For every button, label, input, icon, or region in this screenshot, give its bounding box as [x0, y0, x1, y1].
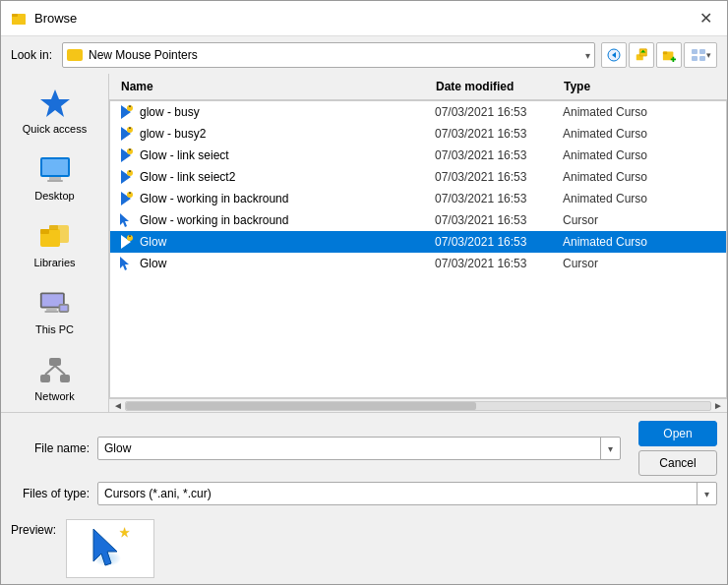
quick-access-label: Quick access: [23, 123, 87, 135]
file-type: Animated Curso: [563, 192, 681, 205]
quick-access-icon: [37, 86, 73, 121]
network-icon: [37, 353, 73, 388]
file-date: 07/03/2021 16:53: [435, 257, 563, 270]
current-folder-label: New Mouse Pointers: [89, 48, 198, 62]
file-type: Cursor: [563, 257, 681, 270]
svg-rect-20: [47, 180, 63, 182]
sidebar-item-quick-access[interactable]: Quick access: [1, 78, 108, 143]
svg-line-35: [55, 366, 65, 375]
svg-rect-18: [42, 159, 68, 175]
svg-rect-2: [12, 17, 26, 25]
bottom-panel: File name: ▾ Open Cancel Files of type: …: [1, 412, 727, 513]
file-row[interactable]: Glow - link seiect2 07/03/2021 16:53 Ani…: [110, 166, 726, 188]
file-row[interactable]: Glow - working in backround 07/03/2021 1…: [110, 188, 726, 209]
sidebar-item-libraries[interactable]: Libraries: [1, 211, 108, 276]
file-icon-ani: [118, 147, 134, 163]
svg-rect-28: [44, 311, 58, 313]
file-icon-cur: [118, 212, 134, 228]
file-panel: Name Date modified Type glow - busy: [109, 74, 727, 412]
svg-marker-51: [120, 213, 129, 227]
file-date: 07/03/2021 16:53: [435, 127, 563, 141]
col-header-type[interactable]: Type: [560, 78, 678, 95]
col-header-date[interactable]: Date modified: [432, 78, 560, 95]
svg-rect-19: [49, 177, 61, 180]
preview-area: Preview:: [1, 513, 727, 584]
title-bar: Browse ✕: [1, 1, 727, 36]
filename-input-wrapper: ▾: [97, 437, 621, 460]
close-button[interactable]: ✕: [694, 7, 717, 30]
main-content: Quick access Desktop: [1, 74, 727, 412]
file-icon-ani: [118, 169, 134, 185]
file-name: Glow: [140, 235, 435, 249]
back-button[interactable]: [601, 42, 627, 68]
filename-input[interactable]: [98, 441, 600, 455]
action-buttons: Open Cancel: [638, 421, 717, 476]
sidebar-item-desktop[interactable]: Desktop: [1, 145, 108, 209]
svg-rect-24: [49, 225, 58, 230]
file-icon-ani: [118, 126, 134, 142]
svg-rect-30: [60, 306, 67, 311]
desktop-icon: [37, 152, 73, 188]
preview-cursor-image: [86, 524, 135, 573]
col-header-name[interactable]: Name: [117, 78, 432, 95]
cancel-button[interactable]: Cancel: [638, 450, 717, 476]
file-name: Glow - working in backround: [140, 213, 435, 227]
file-date: 07/03/2021 16:53: [435, 170, 563, 184]
scroll-right-button[interactable]: ►: [711, 399, 725, 413]
folder-dropdown[interactable]: New Mouse Pointers ▾: [62, 42, 595, 68]
svg-rect-9: [663, 52, 667, 55]
up-button[interactable]: [629, 42, 654, 68]
libraries-label: Libraries: [33, 257, 75, 268]
file-type: Animated Curso: [563, 235, 681, 249]
views-button[interactable]: ▾: [684, 42, 717, 68]
file-row[interactable]: Glow 07/03/2021 16:53 Cursor: [110, 253, 726, 274]
libraries-icon: [37, 219, 73, 255]
file-date: 07/03/2021 16:53: [435, 105, 563, 119]
horizontal-scrollbar[interactable]: ◄ ►: [109, 398, 727, 412]
sidebar-item-this-pc[interactable]: This PC: [1, 278, 108, 343]
file-list-header: Name Date modified Type: [109, 74, 727, 100]
scroll-thumb[interactable]: [126, 402, 476, 410]
filetype-input[interactable]: [98, 487, 697, 500]
file-date: 07/03/2021 16:53: [435, 213, 563, 227]
file-type: Animated Curso: [563, 170, 681, 184]
folder-icon: [67, 49, 83, 61]
dropdown-arrow-icon: ▾: [585, 50, 590, 61]
svg-rect-32: [40, 375, 50, 382]
file-type: Animated Curso: [563, 148, 681, 162]
scroll-track[interactable]: [125, 401, 711, 411]
file-name: glow - busy: [140, 105, 435, 119]
toolbar: Look in: New Mouse Pointers ▾: [1, 36, 727, 74]
filetype-input-wrapper: ▾: [97, 482, 717, 505]
preview-label: Preview:: [11, 519, 56, 537]
file-list: glow - busy 07/03/2021 16:53 Animated Cu…: [109, 100, 727, 398]
file-row[interactable]: glow - busy 07/03/2021 16:53 Animated Cu…: [110, 101, 726, 123]
svg-marker-58: [120, 528, 130, 538]
toolbar-buttons: ▾: [601, 42, 717, 68]
scroll-left-button[interactable]: ◄: [111, 399, 125, 413]
filetype-row: Files of type: ▾: [11, 482, 717, 505]
file-row[interactable]: Glow - working in backround 07/03/2021 1…: [110, 209, 726, 231]
file-name: Glow - link seiect2: [140, 170, 435, 184]
filename-dropdown-btn[interactable]: ▾: [600, 438, 620, 459]
file-name: Glow - working in backround: [140, 192, 435, 205]
look-in-label: Look in:: [11, 48, 52, 62]
filetype-dropdown-btn[interactable]: ▾: [697, 483, 716, 504]
svg-rect-15: [699, 56, 705, 61]
svg-rect-13: [699, 49, 705, 54]
svg-rect-33: [60, 375, 70, 382]
file-row-selected[interactable]: Glow 07/03/2021 16:53 Animated Curso: [110, 231, 726, 253]
file-row[interactable]: glow - busy2 07/03/2021 16:53 Animated C…: [110, 123, 726, 145]
file-type: Animated Curso: [563, 105, 681, 119]
new-folder-button[interactable]: [656, 42, 682, 68]
network-label: Network: [34, 390, 74, 402]
file-name: glow - busy2: [140, 127, 435, 141]
file-row[interactable]: Glow - link seiect 07/03/2021 16:53 Anim…: [110, 145, 726, 166]
filetype-label: Files of type:: [11, 487, 90, 500]
open-button[interactable]: Open: [638, 421, 717, 446]
file-name: Glow: [140, 257, 435, 270]
sidebar-item-network[interactable]: Network: [1, 345, 108, 410]
file-icon-cur: [118, 256, 134, 271]
svg-rect-27: [46, 308, 57, 311]
dialog-icon: [11, 11, 27, 27]
